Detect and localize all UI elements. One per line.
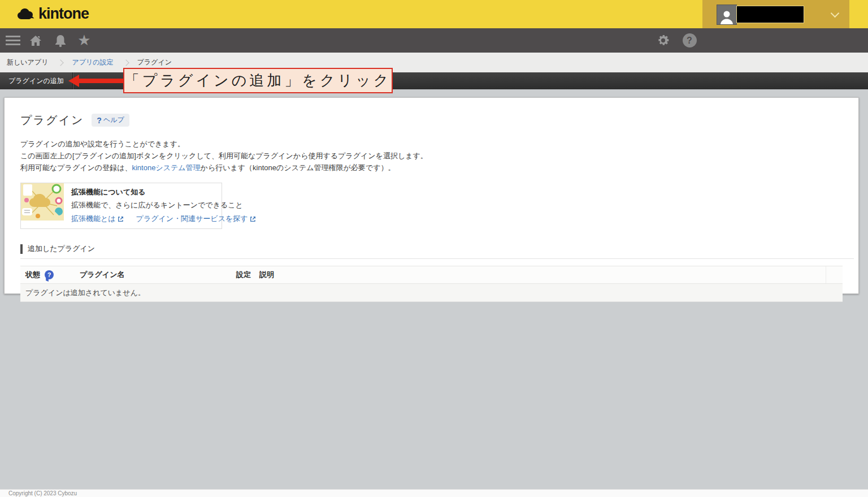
menu-icon[interactable] <box>3 28 23 53</box>
kintone-logo[interactable]: kintone <box>16 5 89 23</box>
cloud-logo-icon <box>16 6 36 23</box>
person-icon <box>719 8 735 24</box>
added-plugins-section-header: 追加したプラグイン <box>20 244 847 254</box>
extension-box-subtitle: 拡張機能で、さらに広がるキントーンでできること <box>71 200 256 210</box>
user-name-redacted <box>736 6 804 23</box>
extension-illustration <box>21 183 64 221</box>
help-badge[interactable]: ? ヘルプ <box>92 114 129 127</box>
external-link-icon <box>250 216 256 222</box>
kintone-system-admin-link[interactable]: kintoneシステム管理 <box>132 163 200 172</box>
column-header-description: 説明 <box>254 270 826 280</box>
help-icon[interactable]: ? <box>679 28 700 53</box>
column-header-status: 状態 ? <box>20 270 75 280</box>
extension-box-title: 拡張機能について知る <box>71 187 256 197</box>
section-divider <box>20 258 854 259</box>
notifications-bell-icon[interactable] <box>51 28 70 53</box>
breadcrumb-separator-icon <box>58 59 64 66</box>
column-header-extra <box>826 266 843 283</box>
add-plugin-button[interactable]: プラグインの追加 <box>0 72 73 89</box>
breadcrumb-new-app[interactable]: 新しいアプリ <box>7 58 48 67</box>
favorites-star-icon[interactable]: ★ <box>75 28 94 53</box>
annotation-arrow-icon <box>68 75 123 87</box>
logo-text: kintone <box>38 5 89 23</box>
question-mark-icon: ? <box>97 116 102 125</box>
column-header-plugin-name: プラグイン名 <box>75 270 231 280</box>
description-line-3: 利用可能なプラグインの登録は、kintoneシステム管理から行います（kinto… <box>20 162 847 174</box>
page-title: プラグイン <box>20 113 84 128</box>
added-plugins-table: 状態 ? プラグイン名 設定 説明 プラグインは追加されていません。 <box>20 266 843 302</box>
breadcrumb-plugin: プラグイン <box>137 58 172 67</box>
external-link-icon <box>118 216 124 222</box>
user-avatar[interactable] <box>717 5 737 25</box>
settings-gear-icon[interactable] <box>653 28 673 53</box>
page-description: プラグインの追加や設定を行うことができます。 この画面左上の[プラグインの追加]… <box>20 138 847 174</box>
annotation-callout: 「プラグインの追加」をクリック <box>123 68 393 93</box>
global-toolbar: ★ ? <box>0 28 868 53</box>
footer-copyright: Copyright (C) 2023 Cybozu <box>0 489 868 497</box>
breadcrumb-app-settings[interactable]: アプリの設定 <box>72 58 113 67</box>
find-plugins-services-link[interactable]: プラグイン・関連サービスを探す <box>136 214 256 224</box>
column-header-config: 設定 <box>231 270 254 280</box>
section-accent-bar <box>20 244 23 254</box>
what-is-extension-link[interactable]: 拡張機能とは <box>71 214 124 224</box>
description-line-1: プラグインの追加や設定を行うことができます。 <box>20 138 847 150</box>
account-panel[interactable] <box>702 0 849 29</box>
chevron-down-icon[interactable] <box>831 9 840 18</box>
app-header: kintone <box>0 0 868 28</box>
plugin-settings-panel: プラグイン ? ヘルプ プラグインの追加や設定を行うことができます。 この画面左… <box>4 97 859 294</box>
description-line-2: この画面左上の[プラグインの追加]ボタンをクリックして、利用可能なプラグインから… <box>20 150 847 162</box>
table-header-row: 状態 ? プラグイン名 設定 説明 <box>20 266 843 284</box>
home-icon[interactable] <box>26 28 45 53</box>
status-help-balloon-icon[interactable]: ? <box>45 270 54 279</box>
table-empty-message: プラグインは追加されていません。 <box>20 284 843 301</box>
extension-info-box: 拡張機能について知る 拡張機能で、さらに広がるキントーンでできること 拡張機能と… <box>20 183 222 229</box>
breadcrumb-separator-icon <box>123 59 129 66</box>
